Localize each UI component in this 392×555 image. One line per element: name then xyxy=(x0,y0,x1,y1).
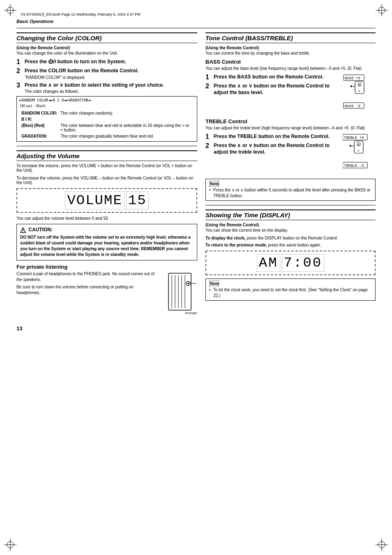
display-text1-rest: press the DISPLAY button on the Remote C… xyxy=(247,236,338,240)
bass-step-2-text: Press the ∧ or ∨ button on the Remote Co… xyxy=(214,83,339,96)
svg-text:Note: Note xyxy=(210,281,219,286)
volume-section-title: Adjusting the Volume xyxy=(16,150,197,161)
step-1-text: Press the ⏻/I button to turn on the Syst… xyxy=(25,59,126,65)
color-flow: ►RANDOM COLOR◄►B I R◄►GRADATION◄ xyxy=(19,98,194,102)
svg-point-14 xyxy=(23,231,23,232)
svg-text:BASS  +5: BASS +5 xyxy=(345,76,360,81)
color-table: RANDOM COLOR: The color changes randomly… xyxy=(19,110,194,140)
left-column: Changing the Color (COLOR) (Using the Re… xyxy=(16,32,197,317)
color-intro: You can change the color of the illumina… xyxy=(16,51,197,55)
right-column: Tone Control (BASS/TREBLE) (Using the Re… xyxy=(205,32,376,317)
display-text1-bold: To display the clock, xyxy=(205,236,246,240)
volume-display: VOLUME 15 xyxy=(16,188,197,213)
file-info: VS-DT2000(J)_EN.book Page 13 Wednesday, … xyxy=(16,12,376,16)
bass-row: 1 Press the BASS button on the Remote Co… xyxy=(205,74,376,116)
volume-text1: To increase the volume, press the VOLUME… xyxy=(16,164,197,173)
tone-intro: You can control the tone by changing the… xyxy=(205,51,376,55)
vol-num: 15 xyxy=(126,191,149,210)
table-row: RANDOM COLOR: The color changes randomly… xyxy=(20,111,194,116)
display-rule xyxy=(205,205,376,205)
svg-marker-42 xyxy=(349,145,351,147)
tone-using-remote: (Using the Remote Control) xyxy=(205,46,376,50)
table-row: (Blue) (Red) The color between blue and … xyxy=(20,123,194,133)
page: VS-DT2000(J)_EN.book Page 13 Wednesday, … xyxy=(0,0,392,555)
treble-step-num-2: 2 xyxy=(205,143,212,149)
corner-tr xyxy=(376,4,388,16)
step-3-text: Press the ∧ or ∨ button to select the se… xyxy=(25,82,164,89)
volume-note: You can adjust the volume level between … xyxy=(16,216,197,221)
color-step-1: 1 Press the ⏻/I button to turn on the Sy… xyxy=(16,59,197,65)
treble-diagram-svg: TREBLE +5 ∧ ∨ TREBLE -5 xyxy=(343,134,376,175)
corner-tl xyxy=(4,4,16,16)
time-am: AM xyxy=(257,254,280,272)
phones-jack-svg: PHONES xyxy=(160,271,197,316)
step-num-3: 3 xyxy=(16,82,23,89)
bass-title: BASS Control xyxy=(205,59,376,65)
note-item: Press the ∧ or ∨ button within 5 seconds… xyxy=(209,187,372,199)
display-intro: You can show the current time on the dis… xyxy=(205,228,376,233)
step-2-note: "RANDOM COLOR" is displayed. xyxy=(25,75,138,80)
treble-title: TREBLE Control xyxy=(205,118,376,124)
page-number: 13 xyxy=(16,325,376,332)
svg-text:BASS  -5: BASS -5 xyxy=(345,104,360,108)
tone-section-title: Tone Control (BASS/TREBLE) xyxy=(205,32,376,43)
treble-step-2: 2 Press the ∧ or ∨ button on the Remote … xyxy=(205,143,339,155)
table-row: GRADATION: The color changes gradually b… xyxy=(20,134,194,139)
display-text2-rest: press the same button again. xyxy=(268,243,321,247)
svg-point-22 xyxy=(187,283,189,284)
display-note-text: To let the clock work, you need to set t… xyxy=(209,287,372,299)
caution-title: CAUTION: xyxy=(20,227,194,233)
tone-note-text: Press the ∧ or ∨ button within 5 seconds… xyxy=(209,187,372,199)
treble-intro: You can adjust the treble level (high fr… xyxy=(205,126,376,130)
note-title: Note xyxy=(209,181,372,187)
corner-bl xyxy=(4,539,16,551)
display-note-box: Note To let the clock work, you need to … xyxy=(205,279,376,301)
treble-step-num-1: 1 xyxy=(205,134,212,140)
private-listening: For private listening Connect a pair of … xyxy=(16,264,197,317)
caution-text: DO NOT turn off the System with the volu… xyxy=(20,235,194,258)
color-desc-3: The color changes gradually between blue… xyxy=(59,134,194,139)
step-2-text: Press the COLOR button on the Remote Con… xyxy=(25,68,138,74)
color-using-remote: (Using the Remote Control) xyxy=(16,46,197,50)
private-text: Connect a pair of headphones to the PHON… xyxy=(16,271,157,296)
display-text1: To display the clock, press the DISPLAY … xyxy=(205,236,376,240)
treble-step-1-text: Press the TREBLE button on the Remote Co… xyxy=(214,134,330,140)
svg-text:∨: ∨ xyxy=(357,149,360,152)
caution-icon xyxy=(20,227,26,233)
bass-intro: You can adjust the bass level (low frequ… xyxy=(205,66,376,71)
color-desc-0: The color changes randomly. xyxy=(59,111,194,116)
svg-text:∨: ∨ xyxy=(358,90,360,92)
private-text2: Be sure to turn down the volume before c… xyxy=(16,284,157,296)
display-text2-bold: To return to the previous mode, xyxy=(205,243,267,247)
corner-br xyxy=(376,539,388,551)
treble-diagram: TREBLE +5 ∧ ∨ TREBLE -5 xyxy=(343,134,376,175)
bass-step-num-1: 1 xyxy=(205,74,212,81)
top-rule xyxy=(16,28,376,28)
color-flow-sub: (Blue) (Red) xyxy=(19,104,194,108)
svg-text:TREBLE +5: TREBLE +5 xyxy=(344,136,364,140)
caution-label: CAUTION: xyxy=(28,227,53,233)
display-section-title: Showing the Time (DISPLAY) xyxy=(205,210,376,220)
treble-step-2-text: Press the ∧ or ∨ button on the Remote Co… xyxy=(214,143,339,155)
treble-steps: 1 Press the TREBLE button on the Remote … xyxy=(205,134,339,158)
bass-diagram-svg: BASS +5 ∧ ∨ BASS -5 xyxy=(343,74,376,115)
time-display: AM 7:00 xyxy=(205,251,376,275)
private-text1: Connect a pair of headphones to the PHON… xyxy=(16,271,157,283)
tone-note-box: Note Press the ∧ or ∨ button within 5 se… xyxy=(205,179,376,201)
color-label-3: GRADATION: xyxy=(20,134,58,139)
bass-steps: 1 Press the BASS button on the Remote Co… xyxy=(205,74,339,98)
bass-step-1: 1 Press the BASS button on the Remote Co… xyxy=(205,74,339,81)
color-label-2: (Blue) (Red) xyxy=(20,123,58,133)
bass-step-2: 2 Press the ∧ or ∨ button on the Remote … xyxy=(205,83,339,96)
volume-text2: To decrease the volume, press the VOLUME… xyxy=(16,176,197,185)
svg-text:TREBLE -5: TREBLE -5 xyxy=(344,164,364,168)
svg-text:Note: Note xyxy=(210,182,219,186)
color-step-3: 3 Press the ∧ or ∨ button to select the … xyxy=(16,82,197,94)
svg-text:∧: ∧ xyxy=(357,143,360,146)
color-step-2: 2 Press the COLOR button on the Remote C… xyxy=(16,68,197,80)
svg-text:∧: ∧ xyxy=(358,83,360,86)
svg-text:PHONES: PHONES xyxy=(185,311,197,315)
treble-row: 1 Press the TREBLE button on the Remote … xyxy=(205,134,376,175)
step-3-note: The color changes as follows: xyxy=(25,89,164,94)
display-note-title: Note xyxy=(209,281,372,286)
